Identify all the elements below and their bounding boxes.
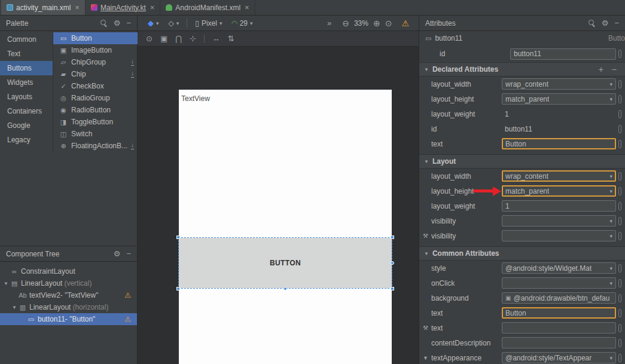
dropdown-arrow-icon[interactable]: ▾ (609, 173, 612, 179)
attribute-value-field[interactable]: 1 (502, 108, 616, 120)
palette-category[interactable]: Text (0, 47, 53, 61)
remove-attribute-button[interactable]: − (612, 65, 617, 74)
autoconnect-icon[interactable]: ⋂ (175, 34, 182, 43)
dropdown-arrow-icon[interactable]: ▾ (609, 233, 612, 239)
pack-horizontal-icon[interactable]: ↔ (212, 34, 220, 43)
palette-category[interactable]: Legacy (0, 133, 53, 147)
close-icon[interactable]: × (150, 4, 155, 11)
selection-handle[interactable] (391, 261, 394, 265)
warning-icon[interactable]: ⚠ (401, 19, 409, 27)
palette-component[interactable]: ▱ ChipGroup ↓ (53, 56, 140, 68)
tree-item[interactable]: ∞ ConstraintLayout (0, 265, 137, 277)
pick-resource-button[interactable] (618, 202, 621, 210)
attribute-value-field[interactable]: @android:style/TextAppear ▾ (502, 352, 616, 363)
pick-resource-button[interactable] (618, 324, 621, 332)
minimize-icon[interactable]: − (126, 19, 131, 27)
canvas-area[interactable]: TextView BUTTON (138, 47, 419, 364)
search-icon[interactable] (100, 19, 108, 27)
palette-component[interactable]: ▭ Button (53, 32, 140, 44)
attribute-value-field[interactable]: wrap_content ▾ (502, 170, 616, 182)
attribute-value-field[interactable]: Button (502, 307, 616, 319)
gear-icon[interactable]: ⚙ (602, 19, 609, 27)
show-constraints-icon[interactable]: ▣ (160, 34, 167, 43)
close-icon[interactable]: × (75, 4, 80, 11)
dropdown-arrow-icon[interactable]: ▾ (609, 280, 612, 286)
pick-resource-button[interactable] (618, 172, 621, 181)
selection-handle[interactable] (391, 235, 394, 239)
palette-component[interactable]: ◉ RadioButton (53, 104, 140, 116)
tree-item[interactable]: Ab textView2- "TextView" ⚠ (0, 289, 137, 301)
button-widget[interactable]: BUTTON (179, 238, 392, 288)
pick-resource-button[interactable] (618, 309, 621, 317)
pick-resource-button[interactable] (618, 294, 621, 302)
editor-tab[interactable]: MainActivity.kt × (86, 0, 160, 15)
minimize-icon[interactable]: − (126, 250, 131, 258)
palette-component[interactable]: ◎ RadioGroup (53, 92, 140, 104)
expander-icon[interactable]: ▼ (2, 281, 10, 286)
pick-resource-button[interactable] (618, 339, 621, 347)
pick-resource-button[interactable] (618, 125, 621, 133)
device-selector[interactable]: ▯ Pixel ▾ (191, 19, 226, 27)
palette-component[interactable]: ◫ Switch (53, 128, 140, 140)
dropdown-arrow-icon[interactable]: ▾ (609, 96, 612, 102)
zoom-to-fit-button[interactable]: ⊙ (385, 19, 392, 28)
dropdown-arrow-icon[interactable]: ▾ (609, 265, 612, 271)
view-options-icon[interactable]: ⊙ (146, 34, 153, 43)
pick-resource-button[interactable] (618, 140, 621, 148)
pick-resource-button[interactable] (618, 187, 621, 195)
attribute-value-field[interactable]: Button (502, 138, 616, 149)
tree-item[interactable]: ▼ ▤ LinearLayout (vertical) (0, 277, 137, 289)
tree-item[interactable]: ▼ ▥ LinearLayout (horizontal) (0, 301, 137, 313)
tree-item[interactable]: ▭ button11- "Button" ⚠ (0, 313, 137, 325)
attribute-value-field[interactable]: ▣ @android:drawable/btn_defau (502, 292, 616, 304)
attribute-section-header[interactable]: ▼ Common Attributes (419, 246, 625, 261)
pick-resource-button[interactable] (618, 80, 621, 88)
align-vertical-icon[interactable]: ⇅ (228, 34, 234, 43)
selection-handle[interactable] (176, 287, 180, 290)
textview-widget[interactable]: TextView (181, 94, 210, 103)
attribute-value-field[interactable]: ▾ (502, 215, 616, 227)
dropdown-arrow-icon[interactable]: ▾ (609, 81, 612, 87)
device-canvas[interactable]: TextView BUTTON (179, 90, 392, 364)
dropdown-arrow-icon[interactable]: ▾ (609, 188, 612, 194)
palette-component[interactable]: ▰ Chip ↓ (53, 68, 140, 80)
editor-tab[interactable]: AndroidManifest.xml × (160, 0, 255, 15)
attribute-value-field[interactable]: ▾ (502, 277, 616, 289)
default-margins-icon[interactable]: ⊹ (190, 34, 196, 43)
palette-category[interactable]: Common (0, 32, 53, 47)
toolbar-overflow-chevron[interactable]: » (327, 19, 331, 27)
attribute-value-field[interactable]: ▾ (502, 230, 616, 241)
attribute-value-field[interactable]: button11 (502, 123, 616, 134)
palette-category[interactable]: Containers (0, 104, 53, 118)
pick-resource-button[interactable] (618, 279, 621, 287)
dropdown-arrow-icon[interactable]: ▾ (609, 218, 612, 224)
pick-resource-button[interactable] (618, 217, 621, 225)
attribute-value-field[interactable]: wrap_content ▾ (502, 78, 616, 90)
dropdown-arrow-icon[interactable]: ▾ (609, 355, 612, 361)
gear-icon[interactable]: ⚙ (114, 19, 121, 27)
expander-icon[interactable]: ▼ (11, 305, 18, 310)
id-value-field[interactable]: button11 (510, 48, 616, 60)
attribute-section-header[interactable]: ▼ Layout (419, 154, 625, 169)
pick-resource-button[interactable] (618, 110, 621, 118)
pick-resource-button[interactable] (618, 354, 621, 362)
pick-resource-button[interactable] (618, 50, 621, 58)
attribute-value-field[interactable]: match_parent ▾ (502, 93, 616, 105)
palette-category[interactable]: Layouts (0, 90, 53, 104)
attribute-value-field[interactable]: match_parent ▾ (502, 185, 616, 197)
palette-component[interactable]: ◨ ToggleButton (53, 116, 140, 128)
attribute-value-field[interactable]: 1 (502, 200, 616, 212)
gear-icon[interactable]: ⚙ (114, 250, 121, 258)
palette-component[interactable]: ⊕ FloatingActionB... ↓ (53, 140, 140, 152)
attribute-value-field[interactable] (502, 337, 616, 348)
palette-category[interactable]: Google (0, 118, 53, 133)
design-surface-selector[interactable]: ◆ ▾ (144, 19, 163, 27)
attribute-value-field[interactable]: @android:style/Widget.Mat ▾ (502, 262, 616, 274)
palette-component[interactable]: ▣ ImageButton (53, 44, 140, 56)
close-icon[interactable]: × (245, 4, 249, 11)
zoom-in-button[interactable]: ⊕ (373, 19, 380, 28)
selection-handle[interactable] (176, 235, 180, 239)
editor-tab[interactable]: activity_main.xml × (1, 0, 86, 15)
palette-component[interactable]: ✓ CheckBox (53, 80, 140, 92)
attribute-value-field[interactable] (502, 322, 616, 334)
